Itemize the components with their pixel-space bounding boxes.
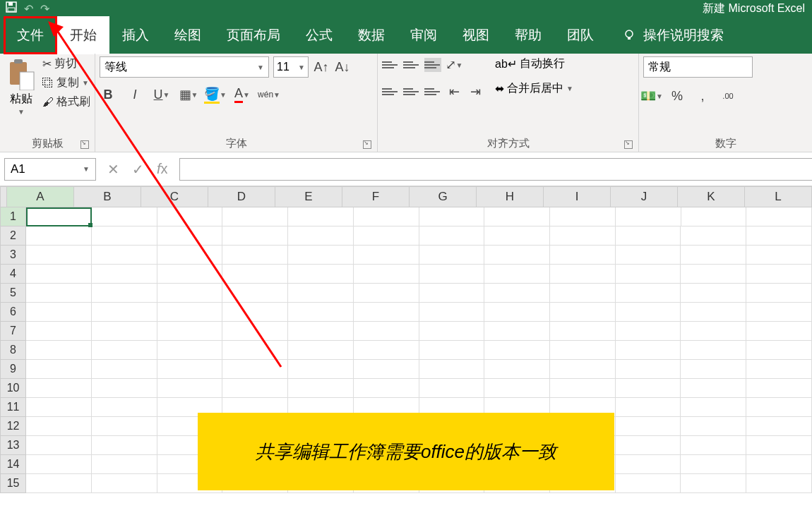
cell-H7[interactable] [484, 322, 550, 341]
italic-button[interactable]: I [126, 86, 143, 103]
cell-K13[interactable] [681, 436, 746, 455]
cell-H8[interactable] [484, 341, 550, 360]
cell-G3[interactable] [419, 246, 485, 265]
cell-K9[interactable] [681, 360, 746, 379]
cell-J15[interactable] [616, 474, 681, 493]
cell-A4[interactable] [26, 265, 92, 284]
cell-J13[interactable] [616, 436, 681, 455]
cell-D6[interactable] [222, 303, 288, 322]
cell-B3[interactable] [92, 246, 157, 265]
cell-L3[interactable] [746, 246, 812, 265]
cell-D3[interactable] [222, 246, 288, 265]
col-header-D[interactable]: D [208, 186, 275, 207]
cell-J3[interactable] [616, 246, 681, 265]
cell-B6[interactable] [92, 303, 157, 322]
align-top-button[interactable] [382, 58, 399, 72]
cell-G4[interactable] [419, 265, 485, 284]
cell-K4[interactable] [681, 265, 746, 284]
cell-I2[interactable] [550, 226, 616, 246]
row-header-10[interactable]: 10 [0, 379, 26, 398]
col-header-K[interactable]: K [678, 186, 745, 207]
cell-J1[interactable] [616, 207, 681, 226]
underline-button[interactable]: U▼ [153, 86, 170, 103]
format-painter-button[interactable]: 🖌格式刷 [42, 95, 90, 109]
tab-help[interactable]: 帮助 [502, 16, 554, 54]
cell-I8[interactable] [550, 341, 616, 360]
cell-F10[interactable] [354, 379, 419, 398]
cell-I7[interactable] [550, 322, 616, 341]
cell-D1[interactable] [222, 207, 288, 226]
cell-E2[interactable] [288, 226, 354, 246]
row-header-4[interactable]: 4 [0, 265, 26, 284]
cell-K1[interactable] [681, 207, 747, 226]
font-name-select[interactable]: 等线▼ [100, 56, 269, 78]
align-middle-button[interactable] [403, 58, 420, 72]
cell-A6[interactable] [26, 303, 92, 322]
border-button[interactable]: ▦▼ [180, 86, 197, 103]
cell-E10[interactable] [288, 379, 354, 398]
accounting-format-button[interactable]: 💵▼ [643, 87, 660, 104]
copy-button[interactable]: ⿻复制▼ [42, 75, 90, 90]
cell-C8[interactable] [157, 341, 223, 360]
decrease-font-icon[interactable]: A↓ [334, 59, 351, 75]
cell-K6[interactable] [681, 303, 746, 322]
tab-file[interactable]: 文件 [4, 16, 57, 54]
cell-B13[interactable] [92, 436, 157, 455]
cell-D10[interactable] [222, 379, 288, 398]
cell-E6[interactable] [288, 303, 354, 322]
cell-G6[interactable] [419, 303, 485, 322]
cell-A8[interactable] [26, 341, 92, 360]
row-header-8[interactable]: 8 [0, 341, 26, 360]
cell-C9[interactable] [157, 360, 223, 379]
row-header-12[interactable]: 12 [0, 417, 26, 436]
align-bottom-button[interactable] [424, 58, 441, 72]
row-header-14[interactable]: 14 [0, 455, 26, 474]
cell-H2[interactable] [484, 226, 550, 246]
percent-button[interactable]: % [669, 87, 686, 104]
cell-A10[interactable] [26, 379, 92, 398]
cell-F1[interactable] [354, 207, 419, 226]
name-box[interactable]: A1▼ [4, 158, 96, 181]
dialog-launcher[interactable] [363, 140, 371, 149]
cell-L10[interactable] [746, 379, 812, 398]
cell-H4[interactable] [484, 265, 550, 284]
cell-B15[interactable] [92, 474, 157, 493]
tab-formulas[interactable]: 公式 [293, 16, 345, 54]
row-header-13[interactable]: 13 [0, 436, 26, 455]
align-center-button[interactable] [403, 85, 420, 99]
cell-G9[interactable] [419, 360, 485, 379]
cell-A5[interactable] [26, 284, 92, 303]
tab-home[interactable]: 开始 [57, 16, 109, 54]
cell-A9[interactable] [26, 360, 92, 379]
dialog-launcher[interactable] [80, 140, 89, 149]
row-header-2[interactable]: 2 [0, 226, 26, 246]
cell-L6[interactable] [746, 303, 812, 322]
cell-B2[interactable] [92, 226, 157, 246]
tab-insert[interactable]: 插入 [109, 16, 162, 54]
merge-center-button[interactable]: ⬌合并后居中▼ [495, 81, 573, 96]
cell-J11[interactable] [616, 398, 681, 417]
cell-H3[interactable] [484, 246, 550, 265]
cell-L12[interactable] [746, 417, 812, 436]
fx-icon[interactable]: fx [157, 161, 168, 178]
formula-input[interactable] [179, 158, 812, 181]
cell-K5[interactable] [681, 284, 746, 303]
cell-A14[interactable] [26, 455, 92, 474]
cell-B12[interactable] [92, 417, 157, 436]
align-right-button[interactable] [424, 85, 441, 99]
cell-B14[interactable] [92, 455, 157, 474]
cell-F6[interactable] [354, 303, 419, 322]
font-color-button[interactable]: A▼ [234, 86, 251, 103]
cell-I10[interactable] [550, 379, 616, 398]
cell-B4[interactable] [92, 265, 157, 284]
col-header-C[interactable]: C [141, 186, 208, 207]
col-header-G[interactable]: G [410, 186, 477, 207]
cell-G2[interactable] [419, 226, 485, 246]
cell-F4[interactable] [354, 265, 419, 284]
cell-D2[interactable] [222, 226, 288, 246]
col-header-F[interactable]: F [342, 186, 410, 207]
cell-B8[interactable] [92, 341, 157, 360]
cell-E4[interactable] [288, 265, 354, 284]
cell-E7[interactable] [288, 322, 354, 341]
cell-A11[interactable] [26, 398, 92, 417]
